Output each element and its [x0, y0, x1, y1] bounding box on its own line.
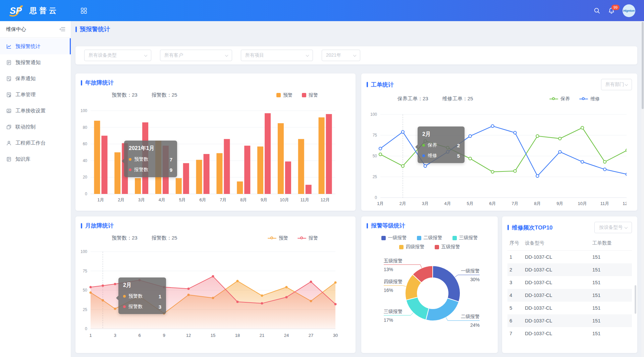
legend-item-维修[interactable]: 维修 [579, 96, 600, 102]
svg-text:30%: 30% [470, 277, 480, 282]
doc-alert-icon [6, 60, 12, 65]
svg-text:一级报警: 一级报警 [461, 268, 480, 273]
legend-item-保养[interactable]: 保养 [549, 96, 570, 102]
table-row[interactable]: 3DD-1037-CL151 [507, 276, 632, 289]
legend-item-一级报警[interactable]: 一级报警 [381, 235, 407, 241]
card-title: 月故障统计 [85, 222, 114, 230]
svg-text:4月: 4月 [159, 197, 165, 202]
table-cell: 2 [507, 263, 525, 276]
sidebar-item-knowledge-base[interactable]: 知识库 [0, 151, 71, 167]
legend-item-四级报警[interactable]: 四级报警 [399, 244, 425, 250]
sidebar-item-label: 工单接收设置 [15, 108, 46, 114]
repair-top10-table: 序号设备型号工单数量1DD-1037-CL1512DD-1037-CL1513D… [507, 237, 632, 340]
table-row[interactable]: 6DD-1037-CL151 [507, 314, 632, 327]
filter-select-customer[interactable]: 所有客户 [160, 50, 232, 61]
chart-tooltip: 2021年1月预警数7报警数9 [124, 141, 177, 177]
table-row[interactable]: 5DD-1037-CL151 [507, 302, 632, 314]
legend-item-报警[interactable]: 报警 [302, 92, 318, 98]
legend-marker [302, 93, 306, 97]
svg-text:80: 80 [83, 125, 88, 130]
tooltip-value: 5 [448, 153, 460, 159]
search-icon[interactable] [593, 7, 600, 14]
legend-item-二级报警[interactable]: 二级报警 [417, 235, 442, 241]
legend-label: 三级报警 [459, 235, 478, 241]
legend-item-报警[interactable]: 报警 [298, 235, 318, 241]
card-scrollbar[interactable] [635, 285, 636, 314]
chart-tooltip: 2月预警数1报警数3 [118, 277, 166, 314]
sidebar-item-label: 工程师工作台 [15, 140, 46, 146]
sidebar-item-engineer-workbench[interactable]: 工程师工作台 [0, 135, 71, 151]
sidebar-item-linkage-control[interactable]: 联动控制 [0, 119, 71, 135]
sidebar-item-maintenance-notice[interactable]: 保养通知 [0, 70, 71, 87]
chart-tooltip: 2月保养2维修5 [418, 126, 465, 163]
filter-select-year[interactable]: 2021年 [322, 50, 360, 61]
filter-select-device-type[interactable]: 所有设备类型 [84, 50, 151, 61]
breadcrumb: 预报警统计 [75, 25, 110, 33]
legend-marker [435, 245, 439, 249]
svg-text:21: 21 [260, 333, 264, 338]
table-row[interactable]: 4DD-1037-CL151 [507, 289, 632, 302]
chart-legend: 保养维修 [549, 96, 600, 102]
device-model-select[interactable]: 按设备型号 [594, 222, 632, 233]
user-avatar[interactable]: Hignton [623, 4, 635, 17]
legend-item-预警[interactable]: 预警 [276, 92, 292, 98]
table-cell: 7 [507, 327, 525, 340]
legend-item-预警[interactable]: 预警 [268, 235, 288, 241]
sidebar-item-alarm-stats[interactable]: 预报警统计 [0, 38, 71, 54]
stats-row: 预警数：23报警数：25预警报警 [75, 230, 356, 241]
svg-text:24%: 24% [470, 322, 480, 328]
svg-text:3月: 3月 [422, 201, 429, 206]
sidebar-title: 维保中心 [6, 26, 26, 33]
svg-text:16%: 16% [384, 288, 393, 293]
department-select[interactable]: 所有部门 [601, 79, 632, 90]
table-row[interactable]: 1DD-1037-CL151 [507, 251, 632, 264]
area-chart-svg: 0255075100136912151821242730 [75, 243, 345, 342]
table-cell: DD-1037-CL [525, 276, 592, 289]
card-workorder-stats: 工单统计 所有部门 保养工单：23维修工单：25保养维修 02550751001… [361, 73, 637, 211]
svg-text:100: 100 [80, 108, 87, 113]
svg-text:0: 0 [85, 192, 87, 196]
legend-item-五级报警[interactable]: 五级报警 [435, 244, 460, 250]
chevron-down-icon [625, 83, 628, 86]
svg-text:8月: 8月 [240, 197, 247, 202]
device-model-select-value: 按设备型号 [599, 224, 623, 231]
svg-text:50: 50 [373, 154, 377, 158]
card-title: 报警等级统计 [371, 222, 405, 230]
page-title: 预报警统计 [80, 25, 110, 33]
table-cell: DD-1037-CL [525, 251, 592, 264]
sidebar-item-workorder-management[interactable]: 工单管理 [0, 87, 71, 103]
brand[interactable]: SP 思普云 [0, 4, 59, 17]
sidebar-item-alarm-notice[interactable]: 预报警通知 [0, 54, 71, 70]
filter-select-project[interactable]: 所有项目 [241, 50, 313, 61]
sidebar: 维保中心 预报警统计预报警通知保养通知工单管理工单接收设置联动控制工程师工作台知… [0, 21, 71, 357]
svg-text:100: 100 [80, 249, 87, 254]
legend-item-三级报警[interactable]: 三级报警 [452, 235, 478, 241]
legend-marker [276, 93, 281, 97]
copy-icon [6, 124, 12, 130]
notification-bell-icon[interactable]: 99 [608, 7, 615, 14]
table-row[interactable]: 7DD-1037-CL151 [507, 327, 632, 340]
stats-row: 保养工单：23维修工单：25保养维修 [361, 90, 637, 102]
main-content: 预报警统计 所有设备类型所有客户所有项目2021年 年故障统计 预警数：23报警… [71, 21, 644, 357]
sidebar-collapse-icon[interactable] [59, 26, 66, 33]
svg-text:27: 27 [309, 333, 313, 338]
chevron-down-icon [144, 53, 148, 57]
tooltip-dot [129, 158, 131, 161]
apps-grid-icon[interactable] [81, 8, 87, 14]
sidebar-item-workorder-receive-setup[interactable]: 工单接收设置 [0, 103, 71, 119]
tooltip-dot [422, 144, 425, 147]
chevron-down-icon [353, 53, 357, 57]
svg-text:9: 9 [163, 333, 165, 338]
svg-text:8月: 8月 [534, 201, 541, 206]
stat-value: 维修工单：25 [442, 96, 473, 102]
page-scrollbar[interactable] [641, 21, 644, 357]
tooltip-series-name: 报警数 [134, 167, 148, 173]
tooltip-value: 9 [161, 167, 172, 173]
table-cell: DD-1037-CL [525, 263, 592, 276]
card-title: 年故障统计 [85, 79, 114, 87]
card-title: 维修频次TOP10 [512, 224, 553, 232]
svg-text:25: 25 [83, 307, 88, 312]
legend-label: 五级报警 [441, 244, 460, 250]
table-row[interactable]: 2DD-1037-CL151 [507, 263, 632, 276]
table-cell: 151 [592, 302, 632, 314]
